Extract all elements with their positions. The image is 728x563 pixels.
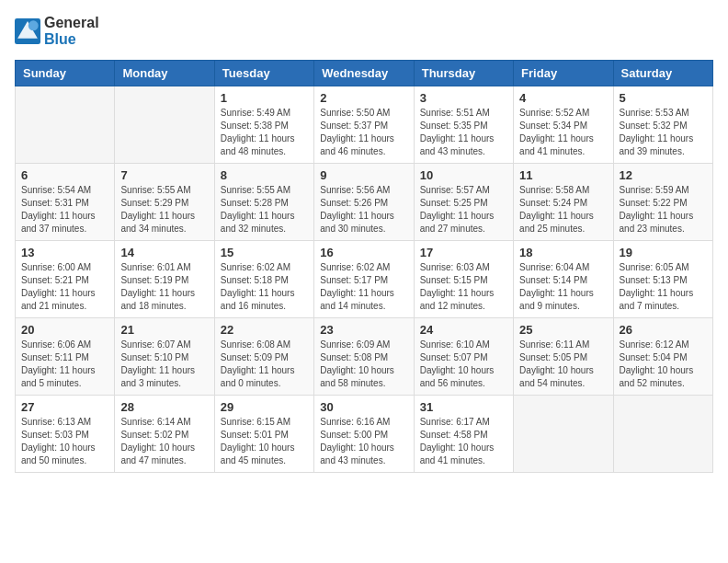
day-info: Sunrise: 6:05 AMSunset: 5:13 PMDaylight:…: [620, 261, 707, 313]
calendar-week-row: 27Sunrise: 6:13 AMSunset: 5:03 PMDayligh…: [16, 395, 713, 472]
day-number: 12: [620, 168, 707, 182]
calendar-day-cell: 20Sunrise: 6:06 AMSunset: 5:11 PMDayligh…: [16, 317, 115, 395]
day-info: Sunrise: 6:13 AMSunset: 5:03 PMDaylight:…: [21, 416, 108, 467]
day-number: 23: [320, 323, 407, 337]
day-info: Sunrise: 6:07 AMSunset: 5:10 PMDaylight:…: [120, 339, 208, 390]
day-number: 20: [21, 323, 108, 337]
calendar-day-cell: 22Sunrise: 6:08 AMSunset: 5:09 PMDayligh…: [214, 317, 313, 395]
calendar-day-cell: 1Sunrise: 5:49 AMSunset: 5:38 PMDaylight…: [214, 86, 313, 163]
day-info: Sunrise: 6:12 AMSunset: 5:04 PMDaylight:…: [620, 339, 707, 390]
day-number: 16: [320, 246, 407, 259]
day-info: Sunrise: 5:56 AMSunset: 5:26 PMDaylight:…: [320, 184, 407, 236]
calendar-day-cell: [613, 395, 712, 472]
day-number: 30: [320, 400, 407, 414]
calendar-day-cell: 26Sunrise: 6:12 AMSunset: 5:04 PMDayligh…: [613, 317, 712, 395]
day-number: 19: [620, 246, 707, 259]
day-number: 3: [420, 91, 507, 105]
calendar-day-cell: 28Sunrise: 6:14 AMSunset: 5:02 PMDayligh…: [115, 395, 214, 472]
day-info: Sunrise: 5:50 AMSunset: 5:37 PMDaylight:…: [320, 107, 407, 158]
day-info: Sunrise: 6:10 AMSunset: 5:07 PMDaylight:…: [420, 339, 507, 390]
calendar-header-row: SundayMondayTuesdayWednesdayThursdayFrid…: [16, 60, 713, 86]
day-number: 4: [519, 91, 607, 105]
day-number: 7: [120, 168, 208, 182]
calendar-day-cell: 17Sunrise: 6:03 AMSunset: 5:15 PMDayligh…: [414, 240, 513, 317]
day-number: 9: [320, 168, 407, 182]
day-info: Sunrise: 5:51 AMSunset: 5:35 PMDaylight:…: [420, 107, 507, 158]
day-info: Sunrise: 6:14 AMSunset: 5:02 PMDaylight:…: [120, 416, 208, 467]
day-number: 21: [120, 323, 208, 337]
calendar-day-cell: 30Sunrise: 6:16 AMSunset: 5:00 PMDayligh…: [314, 395, 414, 472]
day-number: 29: [221, 400, 308, 414]
calendar-day-cell: 7Sunrise: 5:55 AMSunset: 5:29 PMDaylight…: [115, 163, 214, 240]
calendar-day-cell: 24Sunrise: 6:10 AMSunset: 5:07 PMDayligh…: [414, 317, 513, 395]
day-info: Sunrise: 5:59 AMSunset: 5:22 PMDaylight:…: [620, 184, 707, 236]
day-info: Sunrise: 6:17 AMSunset: 4:58 PMDaylight:…: [420, 416, 507, 467]
day-number: 6: [21, 168, 108, 182]
logo-text: General Blue: [44, 15, 99, 49]
calendar-day-cell: 18Sunrise: 6:04 AMSunset: 5:14 PMDayligh…: [514, 240, 613, 317]
day-info: Sunrise: 6:08 AMSunset: 5:09 PMDaylight:…: [221, 339, 308, 390]
day-info: Sunrise: 6:16 AMSunset: 5:00 PMDaylight:…: [320, 416, 407, 467]
day-info: Sunrise: 5:53 AMSunset: 5:32 PMDaylight:…: [620, 107, 707, 158]
calendar-day-cell: [514, 395, 613, 472]
day-number: 24: [420, 323, 507, 337]
calendar-day-cell: 15Sunrise: 6:02 AMSunset: 5:18 PMDayligh…: [214, 240, 313, 317]
calendar-day-cell: 23Sunrise: 6:09 AMSunset: 5:08 PMDayligh…: [314, 317, 414, 395]
day-info: Sunrise: 5:58 AMSunset: 5:24 PMDaylight:…: [519, 184, 607, 236]
calendar-header-cell: Friday: [514, 60, 613, 86]
calendar-day-cell: 3Sunrise: 5:51 AMSunset: 5:35 PMDaylight…: [414, 86, 513, 163]
calendar-day-cell: 10Sunrise: 5:57 AMSunset: 5:25 PMDayligh…: [414, 163, 513, 240]
calendar-header-cell: Monday: [115, 60, 214, 86]
calendar-day-cell: 31Sunrise: 6:17 AMSunset: 4:58 PMDayligh…: [414, 395, 513, 472]
day-number: 8: [221, 168, 308, 182]
calendar-day-cell: 6Sunrise: 5:54 AMSunset: 5:31 PMDaylight…: [16, 163, 115, 240]
day-number: 14: [120, 246, 208, 259]
calendar-day-cell: 19Sunrise: 6:05 AMSunset: 5:13 PMDayligh…: [613, 240, 712, 317]
day-number: 28: [120, 400, 208, 414]
calendar-week-row: 13Sunrise: 6:00 AMSunset: 5:21 PMDayligh…: [16, 240, 713, 317]
svg-point-2: [28, 21, 39, 31]
calendar-week-row: 20Sunrise: 6:06 AMSunset: 5:11 PMDayligh…: [16, 317, 713, 395]
day-info: Sunrise: 6:01 AMSunset: 5:19 PMDaylight:…: [120, 261, 208, 313]
day-number: 27: [21, 400, 108, 414]
calendar-header-cell: Sunday: [16, 60, 115, 86]
calendar-day-cell: 25Sunrise: 6:11 AMSunset: 5:05 PMDayligh…: [514, 317, 613, 395]
day-info: Sunrise: 5:57 AMSunset: 5:25 PMDaylight:…: [420, 184, 507, 236]
day-number: 2: [320, 91, 407, 105]
calendar-day-cell: [16, 86, 115, 163]
day-info: Sunrise: 6:04 AMSunset: 5:14 PMDaylight:…: [519, 261, 607, 313]
calendar-week-row: 1Sunrise: 5:49 AMSunset: 5:38 PMDaylight…: [16, 86, 713, 163]
calendar-day-cell: 8Sunrise: 5:55 AMSunset: 5:28 PMDaylight…: [214, 163, 313, 240]
calendar-day-cell: 14Sunrise: 6:01 AMSunset: 5:19 PMDayligh…: [115, 240, 214, 317]
day-number: 11: [519, 168, 607, 182]
calendar-day-cell: 11Sunrise: 5:58 AMSunset: 5:24 PMDayligh…: [514, 163, 613, 240]
logo: General Blue: [15, 15, 99, 49]
day-info: Sunrise: 6:09 AMSunset: 5:08 PMDaylight:…: [320, 339, 407, 390]
calendar-header-cell: Tuesday: [214, 60, 313, 86]
calendar-day-cell: 27Sunrise: 6:13 AMSunset: 5:03 PMDayligh…: [16, 395, 115, 472]
day-info: Sunrise: 6:02 AMSunset: 5:17 PMDaylight:…: [320, 261, 407, 313]
calendar-week-row: 6Sunrise: 5:54 AMSunset: 5:31 PMDaylight…: [16, 163, 713, 240]
calendar-table: SundayMondayTuesdayWednesdayThursdayFrid…: [15, 60, 713, 473]
day-number: 5: [620, 91, 707, 105]
calendar-day-cell: 2Sunrise: 5:50 AMSunset: 5:37 PMDaylight…: [314, 86, 414, 163]
day-number: 26: [620, 323, 707, 337]
day-number: 15: [221, 246, 308, 259]
logo-icon: [15, 18, 40, 44]
calendar-header-cell: Wednesday: [314, 60, 414, 86]
page-header: General Blue: [15, 15, 713, 49]
calendar-day-cell: 12Sunrise: 5:59 AMSunset: 5:22 PMDayligh…: [613, 163, 712, 240]
calendar-day-cell: 9Sunrise: 5:56 AMSunset: 5:26 PMDaylight…: [314, 163, 414, 240]
calendar-day-cell: 16Sunrise: 6:02 AMSunset: 5:17 PMDayligh…: [314, 240, 414, 317]
day-info: Sunrise: 6:11 AMSunset: 5:05 PMDaylight:…: [519, 339, 607, 390]
calendar-day-cell: [115, 86, 214, 163]
calendar-body: 1Sunrise: 5:49 AMSunset: 5:38 PMDaylight…: [16, 86, 713, 472]
day-info: Sunrise: 5:54 AMSunset: 5:31 PMDaylight:…: [21, 184, 108, 236]
calendar-header-cell: Thursday: [414, 60, 513, 86]
calendar-day-cell: 21Sunrise: 6:07 AMSunset: 5:10 PMDayligh…: [115, 317, 214, 395]
day-number: 13: [21, 246, 108, 259]
calendar-day-cell: 13Sunrise: 6:00 AMSunset: 5:21 PMDayligh…: [16, 240, 115, 317]
day-info: Sunrise: 6:00 AMSunset: 5:21 PMDaylight:…: [21, 261, 108, 313]
calendar-day-cell: 4Sunrise: 5:52 AMSunset: 5:34 PMDaylight…: [514, 86, 613, 163]
day-info: Sunrise: 5:55 AMSunset: 5:28 PMDaylight:…: [221, 184, 308, 236]
